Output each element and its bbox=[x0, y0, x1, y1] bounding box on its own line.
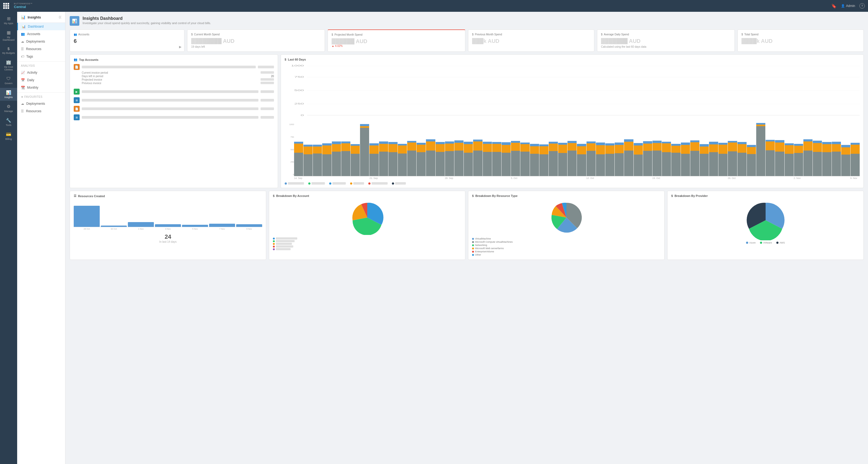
sidebar-item-daily-link[interactable]: 📅 Daily bbox=[17, 76, 65, 84]
sidebar-item-dashboard-link[interactable]: 📊 Dashboard bbox=[17, 23, 65, 30]
page-subtitle: Investigate your cloud spend quickly and… bbox=[83, 22, 211, 25]
budgets-icon: $ bbox=[7, 46, 10, 51]
dashboard-nav-icon: 📊 bbox=[22, 25, 26, 28]
legend-resource-5: EnterpriseVolume bbox=[472, 250, 660, 253]
projected-month-trend: ▲ 4.02% bbox=[332, 44, 461, 47]
sidebar-item-monthly-link[interactable]: 📆 Monthly bbox=[17, 84, 65, 91]
breakdown-account-pie bbox=[350, 200, 385, 235]
projected-month-spend-card: $ Projected Month Spend ██████ AUD ▲ 4.0… bbox=[328, 30, 465, 52]
resources-created-title: ☰ Resources Created bbox=[74, 194, 262, 198]
legend-dot-1 bbox=[285, 183, 287, 185]
sidebar-item-govern[interactable]: 🛡 Govern bbox=[0, 74, 17, 87]
sidebar-item-manage[interactable]: ⚙ Manage bbox=[0, 102, 17, 115]
sidebar-item-tools[interactable]: 🔧 Tools bbox=[0, 116, 17, 129]
breakdown-account-legend bbox=[273, 237, 461, 251]
legend-provider-aws: AWS bbox=[776, 241, 785, 244]
govern-label: Govern bbox=[5, 82, 12, 85]
sidebar-item-fav-resources-link[interactable]: ☰ Resources bbox=[17, 107, 65, 115]
govern-icon: 🛡 bbox=[6, 76, 11, 81]
total-spend-icon: $ bbox=[741, 33, 743, 36]
breakdown-resource-pie bbox=[549, 200, 584, 235]
account-1-detail-previous: Previous invoice bbox=[82, 81, 274, 85]
account-1-details: Current invoice period Days left in peri… bbox=[82, 71, 274, 85]
top-nav-left: BUTTONWOOD™ Central bbox=[3, 3, 32, 9]
resource-bar-7 bbox=[236, 224, 262, 227]
legend-account-5 bbox=[273, 248, 461, 251]
account-3-name bbox=[82, 99, 258, 102]
resource-bar-3 bbox=[128, 222, 154, 227]
account-1-detail-projected: Projected invoice bbox=[82, 78, 274, 81]
grid-menu-icon[interactable] bbox=[3, 3, 9, 9]
fav-deployments-nav-icon: ☁ bbox=[21, 102, 24, 105]
resources-created-icon: ☰ bbox=[74, 194, 76, 198]
resource-bar-6 bbox=[209, 224, 235, 227]
chart-icon: $ bbox=[285, 58, 286, 61]
legend-account-4 bbox=[273, 245, 461, 248]
help-icon[interactable]: ? bbox=[860, 3, 865, 8]
tools-label: Tools bbox=[6, 124, 11, 127]
favourites-section-label: ★ Favourites bbox=[17, 94, 65, 100]
sidebar-item-activity-link[interactable]: 📈 Activity bbox=[17, 69, 65, 76]
page-header-icon: 📊 bbox=[70, 16, 79, 26]
account-1-name bbox=[82, 66, 256, 68]
collapse-sidebar-button[interactable]: ⟨⟨ bbox=[59, 15, 61, 19]
accounts-navigate-arrow[interactable]: ▶ bbox=[179, 45, 182, 49]
my-apps-icon: ⊞ bbox=[7, 16, 10, 21]
charts-row: 👥 Top Accounts 📄 Current invoice period bbox=[70, 55, 864, 188]
bar-chart-container: 1000 750 500 250 0 bbox=[285, 64, 860, 123]
resources-bars bbox=[74, 200, 262, 227]
fav-resources-nav-icon: ☰ bbox=[21, 109, 24, 113]
breakdown-provider-pie bbox=[745, 200, 786, 240]
legend-resource-6: Other bbox=[472, 253, 660, 256]
breakdown-resource-icon: $ bbox=[472, 194, 474, 197]
sidebar-item-billing[interactable]: 💳 Billing bbox=[0, 130, 17, 142]
top-accounts-panel: 👥 Top Accounts 📄 Current invoice period bbox=[70, 55, 278, 188]
current-month-spend-value: ████████ AUD bbox=[191, 38, 321, 44]
top-nav-right: 🔖 👤 Admin ? bbox=[831, 3, 865, 8]
legend-dot-5 bbox=[368, 183, 370, 185]
user-menu[interactable]: 👤 Admin bbox=[841, 4, 855, 8]
tags-nav-icon: 🏷 bbox=[21, 55, 24, 58]
monthly-nav-icon: 📆 bbox=[21, 86, 25, 90]
sidebar-item-budgets[interactable]: $ My Budgets bbox=[0, 44, 17, 57]
current-spend-icon: $ bbox=[191, 33, 193, 36]
legend-item-3 bbox=[329, 182, 346, 185]
daily-nav-icon: 📅 bbox=[21, 78, 25, 82]
previous-month-spend-value: ███k AUD bbox=[472, 38, 590, 44]
insights-icon: 📊 bbox=[6, 90, 11, 95]
breakdown-account-title: $ Breakdown By Account bbox=[273, 194, 461, 197]
sidebar-item-cost-centres[interactable]: 🏢 My Cost Centres bbox=[0, 58, 17, 73]
chart-legend bbox=[285, 182, 860, 185]
sidebar-item-insights[interactable]: 📊 Insights bbox=[0, 88, 17, 101]
y-axis: 1000 750 500 250 0 bbox=[285, 123, 294, 176]
dashboard-icon: ▦ bbox=[7, 30, 11, 35]
breakdown-resource-chart: VirtualMachine Microsoft Compute virtual… bbox=[472, 200, 660, 256]
breakdown-account-icon: $ bbox=[273, 194, 275, 197]
sidebar-item-my-apps[interactable]: ⊞ My Apps bbox=[0, 14, 17, 27]
sidebar-header-icon: 📊 bbox=[21, 15, 26, 19]
bookmark-icon[interactable]: 🔖 bbox=[831, 3, 837, 8]
top-account-item-1: 📄 Current invoice period Days left in pe… bbox=[74, 64, 274, 85]
billing-label: Billing bbox=[5, 138, 12, 140]
sidebar-item-dashboard[interactable]: ▦ My Dashboard bbox=[0, 28, 17, 43]
sidebar-item-accounts-link[interactable]: 👥 Accounts bbox=[17, 30, 65, 38]
projected-spend-icon: $ bbox=[332, 33, 333, 36]
icon-sidebar: ⊞ My Apps ▦ My Dashboard $ My Budgets 🏢 … bbox=[0, 12, 17, 464]
sidebar-divider-1 bbox=[17, 61, 65, 62]
breakdown-resource-legend: VirtualMachine Microsoft Compute virtual… bbox=[472, 237, 660, 256]
projected-month-spend-value: ██████ AUD bbox=[332, 38, 461, 44]
sidebar-item-resources-link[interactable]: ☰ Resources bbox=[17, 45, 65, 53]
billing-icon: 💳 bbox=[6, 132, 11, 137]
my-apps-label: My Apps bbox=[4, 22, 13, 25]
insights-label: Insights bbox=[4, 96, 12, 99]
sidebar-item-fav-deployments-link[interactable]: ☁ Deployments bbox=[17, 100, 65, 107]
budgets-label: My Budgets bbox=[2, 52, 15, 55]
account-4-amount bbox=[260, 107, 274, 110]
activity-nav-icon: 📈 bbox=[21, 71, 25, 74]
legend-dot-4 bbox=[350, 183, 352, 185]
sidebar-item-deployments-link[interactable]: ☁ Deployments bbox=[17, 38, 65, 45]
account-3-amount bbox=[260, 99, 274, 102]
sidebar-item-tags-link[interactable]: 🏷 Tags bbox=[17, 53, 65, 60]
current-month-spend-title: $ Current Month Spend bbox=[191, 33, 321, 36]
page-header-text: Insights Dashboard Investigate your clou… bbox=[83, 16, 211, 25]
